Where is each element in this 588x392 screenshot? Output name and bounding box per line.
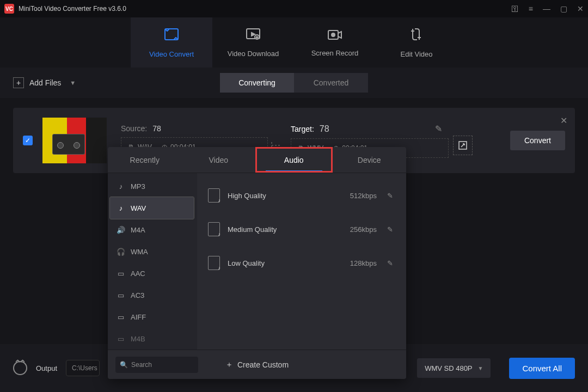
- popup-footer: 🔍 Search ＋ Create Custom: [108, 350, 406, 379]
- file-thumbnail: [42, 118, 107, 163]
- toolbar: + Add Files ▼ Converting Converted: [0, 68, 588, 98]
- quality-list: High Quality 512kbps ✎ Medium Quality 25…: [197, 173, 406, 350]
- download-icon: [245, 27, 261, 45]
- edit-icon: [409, 27, 424, 46]
- output-label: Output: [36, 364, 57, 372]
- add-files-button[interactable]: + Add Files ▼: [13, 77, 76, 88]
- tab-label: Video Convert: [149, 50, 194, 58]
- quality-medium[interactable]: Medium Quality 256kbps ✎: [205, 212, 399, 246]
- add-files-label: Add Files: [29, 78, 61, 87]
- note-icon: ♪: [117, 204, 125, 212]
- format-item-wav[interactable]: ♪WAV: [110, 197, 194, 219]
- popup-tabs: Recently Video Audio Device: [108, 147, 406, 173]
- svg-point-4: [332, 33, 335, 36]
- audio-file-icon: [208, 188, 220, 203]
- format-item-mp3[interactable]: ♪MP3: [110, 175, 194, 197]
- compress-button[interactable]: [453, 136, 473, 155]
- menu-icon[interactable]: ≡: [529, 4, 533, 13]
- format-item-m4a[interactable]: 🔊M4A: [110, 219, 194, 241]
- schedule-icon[interactable]: [13, 361, 27, 375]
- convert-button[interactable]: Convert: [510, 131, 565, 150]
- convert-all-button[interactable]: Convert All: [509, 358, 575, 379]
- target-label: Target:: [291, 125, 314, 133]
- edit-target-icon[interactable]: ✎: [435, 124, 442, 134]
- edit-quality-icon[interactable]: ✎: [384, 225, 395, 234]
- format-list[interactable]: ♪MP3 ♪WAV 🔊M4A 🎧WMA ▭AAC ▭AC3 ▭AIFF ▭M4B: [108, 173, 197, 350]
- source-label: Source:: [121, 124, 147, 133]
- format-item-ac3[interactable]: ▭AC3: [110, 284, 194, 306]
- tab-screen-record[interactable]: Screen Record: [294, 17, 376, 68]
- format-item-m4b[interactable]: ▭M4B: [110, 328, 194, 350]
- convert-icon: [163, 27, 180, 46]
- tab-label: Video Download: [228, 50, 279, 58]
- aiff-icon: ▭: [117, 313, 125, 321]
- plus-icon: +: [13, 77, 24, 88]
- popup-tab-audio[interactable]: Audio: [255, 147, 333, 173]
- audio-file-icon: [208, 256, 220, 270]
- create-custom-button[interactable]: ＋ Create Custom: [225, 360, 289, 370]
- ac3-icon: ▭: [117, 291, 125, 299]
- format-item-aac[interactable]: ▭AAC: [110, 262, 194, 284]
- m4b-icon: ▭: [117, 335, 125, 343]
- title-bar: VC MiniTool Video Converter Free v3.6.0 …: [0, 0, 588, 17]
- preset-dropdown[interactable]: WMV SD 480P ▼: [417, 358, 491, 378]
- seg-converting[interactable]: Converting: [220, 73, 294, 93]
- tab-label: Edit Video: [400, 50, 432, 58]
- chevron-down-icon: ▼: [478, 365, 483, 371]
- format-item-wma[interactable]: 🎧WMA: [110, 241, 194, 262]
- status-segment: Converting Converted: [220, 73, 368, 93]
- popup-tab-device[interactable]: Device: [333, 147, 407, 173]
- close-button[interactable]: ✕: [577, 4, 584, 13]
- note-icon: ♪: [117, 182, 125, 191]
- quality-low[interactable]: Low Quality 128kbps ✎: [205, 246, 399, 280]
- search-icon: 🔍: [120, 361, 128, 369]
- audio-file-icon: [208, 222, 220, 236]
- output-path-input[interactable]: C:\Users: [66, 360, 100, 376]
- popup-tab-recently[interactable]: Recently: [108, 147, 182, 173]
- tab-edit-video[interactable]: Edit Video: [376, 17, 457, 68]
- seg-converted[interactable]: Converted: [294, 73, 368, 93]
- edit-quality-icon[interactable]: ✎: [384, 192, 395, 200]
- app-logo-icon: VC: [4, 4, 14, 14]
- tab-label: Screen Record: [311, 49, 359, 57]
- search-input[interactable]: 🔍 Search: [115, 357, 198, 373]
- format-popup: Recently Video Audio Device ♪MP3 ♪WAV 🔊M…: [108, 147, 406, 379]
- app-title: MiniTool Video Converter Free v3.6.0: [19, 5, 511, 13]
- key-icon[interactable]: ⚿: [511, 4, 519, 13]
- edit-quality-icon[interactable]: ✎: [384, 259, 395, 267]
- tab-video-convert[interactable]: Video Convert: [131, 17, 212, 68]
- tab-video-download[interactable]: Video Download: [212, 17, 294, 68]
- plus-icon: ＋: [225, 360, 233, 370]
- target-value: 78: [320, 124, 329, 134]
- quality-high[interactable]: High Quality 512kbps ✎: [205, 179, 399, 212]
- popup-tab-video[interactable]: Video: [182, 147, 256, 173]
- minimize-button[interactable]: —: [543, 4, 550, 13]
- main-tabs: Video Convert Video Download Screen Reco…: [0, 17, 588, 68]
- format-item-aiff[interactable]: ▭AIFF: [110, 306, 194, 328]
- chevron-down-icon: ▼: [70, 79, 76, 86]
- speaker-icon: 🔊: [117, 226, 125, 234]
- maximize-button[interactable]: ▢: [560, 4, 567, 13]
- headphone-icon: 🎧: [117, 248, 125, 256]
- record-icon: [327, 28, 343, 45]
- file-checkbox[interactable]: ✓: [23, 136, 33, 145]
- remove-file-icon[interactable]: ✕: [560, 115, 567, 126]
- aac-icon: ▭: [117, 270, 125, 278]
- source-value: 78: [152, 124, 161, 133]
